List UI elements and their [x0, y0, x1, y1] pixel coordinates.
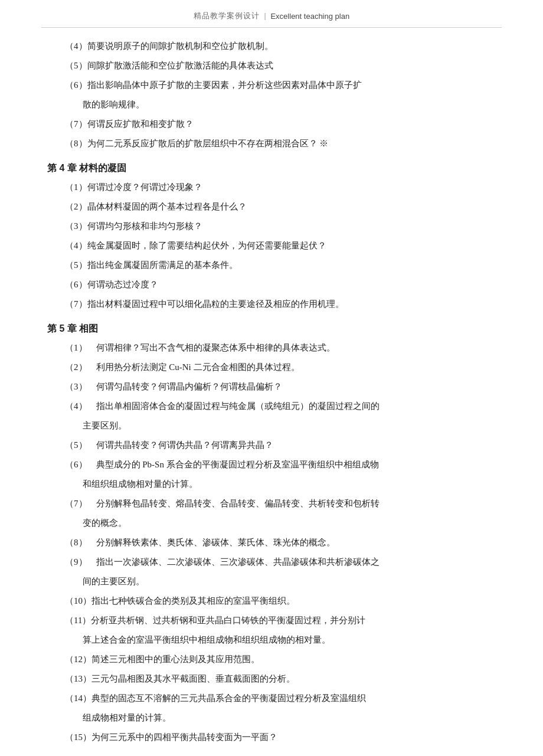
page-container: 精品教学案例设计 | Excellent teaching plan （4）简要…	[0, 0, 543, 756]
page-header: 精品教学案例设计 | Excellent teaching plan	[41, 0, 502, 28]
list-item: 组成物相对量的计算。	[47, 710, 496, 726]
list-item: （3）何谓均匀形核和非均匀形核？	[47, 218, 496, 234]
list-item: （4）纯金属凝固时，除了需要结构起伏外，为何还需要能量起伏？	[47, 238, 496, 254]
list-item: （13）三元匀晶相图及其水平截面图、垂直截面图的分析。	[47, 671, 496, 687]
list-item: （14）典型的固态互不溶解的三元共晶系合金的平衡凝固过程分析及室温组织	[47, 690, 496, 706]
list-item: （7） 分别解释包晶转变、熔晶转变、合晶转变、偏晶转变、共析转变和包析转	[47, 496, 496, 512]
list-item: （12）简述三元相图中的重心法则及其应用范围。	[47, 652, 496, 667]
list-item: （4）简要说明原子的间隙扩散机制和空位扩散机制。	[47, 38, 496, 54]
list-item: （6）指出影响晶体中原子扩散的主要因素，并分析这些因素对晶体中原子扩	[47, 77, 496, 93]
header-subtitle: Excellent teaching plan	[270, 12, 349, 21]
list-item: （5）间隙扩散激活能和空位扩散激活能的具体表达式	[47, 58, 496, 74]
section-heading: 第 5 章 相图	[47, 323, 496, 335]
main-content: （4）简要说明原子的间隙扩散机制和空位扩散机制。（5）间隙扩散激活能和空位扩散激…	[41, 38, 502, 756]
list-item: 主要区别。	[47, 418, 496, 434]
list-item: （1）何谓过冷度？何谓过冷现象？	[47, 179, 496, 195]
header-divider: |	[264, 11, 266, 21]
section-heading: 第 4 章 材料的凝固	[47, 162, 496, 175]
list-item: 间的主要区别。	[47, 574, 496, 590]
list-item: （9） 指出一次渗碳体、二次渗碳体、三次渗碳体、共晶渗碳体和共析渗碳体之	[47, 554, 496, 570]
list-item: （4） 指出单相固溶体合金的凝固过程与纯金属（或纯组元）的凝固过程之间的	[47, 398, 496, 414]
list-item: 散的影响规律。	[47, 97, 496, 113]
list-item: （11）分析亚共析钢、过共析钢和亚共晶白口铸铁的平衡凝固过程，并分别计	[47, 613, 496, 629]
list-item: （6） 典型成分的 Pb-Sn 系合金的平衡凝固过程分析及室温平衡组织中相组成物	[47, 457, 496, 473]
list-item: （2）晶体材料凝固的两个基本过程各是什么？	[47, 199, 496, 215]
list-item: （7）何谓反应扩散和相变扩散？	[47, 116, 496, 132]
list-item: （5）指出纯金属凝固所需满足的基本条件。	[47, 257, 496, 273]
list-item: （8）为何二元系反应扩散后的扩散层组织中不存在两相混合区？ ※	[47, 136, 496, 152]
list-item: （5） 何谓共晶转变？何谓伪共晶？何谓离异共晶？	[47, 437, 496, 453]
list-item: （10）指出七种铁碳合金的类别及其相应的室温平衡组织。	[47, 593, 496, 609]
list-item: （2） 利用热分析法测定 Cu-Ni 二元合金相图的具体过程。	[47, 359, 496, 375]
list-item: 算上述合金的室温平衡组织中相组成物和组织组成物的相对量。	[47, 632, 496, 648]
list-item: （8） 分别解释铁素体、奥氏体、渗碳体、莱氏体、珠光体的概念。	[47, 535, 496, 551]
list-item: （6）何谓动态过冷度？	[47, 277, 496, 293]
list-item: （1） 何谓相律？写出不含气相的凝聚态体系中相律的具体表达式。	[47, 340, 496, 356]
list-item: 和组织组成物相对量的计算。	[47, 476, 496, 492]
header-title: 精品教学案例设计	[194, 11, 260, 21]
list-item: 变的概念。	[47, 515, 496, 531]
list-item: （15）为何三元系中的四相平衡共晶转变面为一平面？	[47, 729, 496, 745]
list-item: （7）指出材料凝固过程中可以细化晶粒的主要途径及相应的作用机理。	[47, 296, 496, 312]
list-item: （3） 何谓匀晶转变？何谓晶内偏析？何谓枝晶偏析？	[47, 379, 496, 395]
